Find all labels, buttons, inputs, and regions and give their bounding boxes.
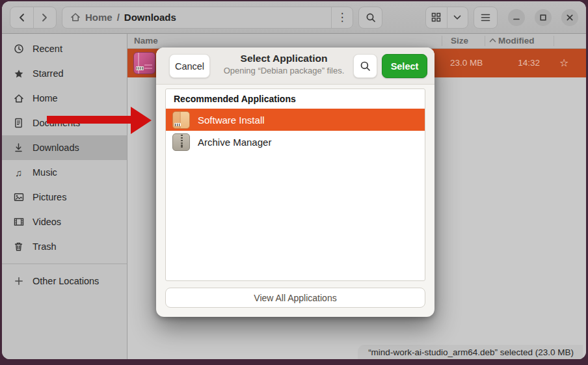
- sidebar-item-videos[interactable]: Videos: [2, 210, 127, 234]
- status-text: “mind-work-ai-studio_arm64.deb” selected…: [368, 347, 574, 357]
- sidebar-item-starred[interactable]: Starred: [2, 61, 127, 86]
- close-icon: [566, 14, 574, 21]
- dialog-title: Select Application: [221, 53, 347, 64]
- three-dots-icon: ⋮: [337, 10, 348, 24]
- document-icon: [13, 118, 24, 128]
- column-divider[interactable]: [442, 36, 442, 46]
- sidebar-item-label: Home: [33, 93, 58, 103]
- search-icon: [360, 61, 371, 72]
- sidebar-item-trash[interactable]: Trash: [2, 234, 127, 259]
- grid-view-icon: [431, 12, 441, 22]
- column-header-name[interactable]: Name: [134, 36, 158, 46]
- film-icon: [13, 217, 24, 226]
- view-toggle-group: [425, 7, 468, 29]
- sidebar-item-label: Other Locations: [33, 276, 99, 286]
- column-header-modified[interactable]: Modified: [498, 36, 535, 46]
- column-divider[interactable]: [485, 36, 485, 46]
- view-all-applications-button[interactable]: View All Applications: [165, 288, 425, 308]
- search-button[interactable]: [358, 7, 382, 29]
- deb-package-file-icon: [133, 52, 155, 74]
- sidebar-item-label: Starred: [33, 68, 64, 79]
- section-header: Recommended Applications: [166, 89, 425, 109]
- trash-icon: [13, 241, 24, 252]
- clock-icon: [13, 44, 24, 54]
- star-icon: [13, 69, 24, 79]
- file-size-cell: 23.0 MB: [450, 58, 483, 68]
- breadcrumb-separator: /: [117, 12, 120, 23]
- path-menu-button[interactable]: ⋮: [331, 7, 353, 28]
- music-note-icon: ♫: [13, 167, 24, 178]
- app-name: Archive Manager: [198, 137, 271, 148]
- sidebar-separator: [2, 264, 127, 264]
- app-name: Software Install: [198, 115, 265, 126]
- maximize-button[interactable]: [535, 9, 552, 26]
- home-icon: [13, 94, 24, 103]
- maximize-icon: [539, 14, 547, 21]
- window-controls: [508, 9, 578, 26]
- chevron-left-icon: [19, 13, 25, 22]
- app-row-archive-manager[interactable]: Archive Manager: [166, 131, 425, 153]
- dialog-header: Cancel Select Application Opening “Debia…: [156, 47, 434, 85]
- sidebar-item-other-locations[interactable]: Other Locations: [2, 269, 127, 293]
- dialog-search-button[interactable]: [353, 54, 377, 78]
- sidebar-item-label: Pictures: [33, 192, 66, 202]
- sidebar: Recent Starred Home Documents: [2, 34, 127, 359]
- zip-archive-icon: [172, 133, 190, 151]
- sidebar-item-home[interactable]: Home: [2, 86, 127, 111]
- close-button[interactable]: [561, 9, 578, 26]
- sidebar-item-documents[interactable]: Documents: [2, 111, 127, 135]
- titlebar: Home / Downloads ⋮: [2, 1, 586, 34]
- column-divider[interactable]: [554, 36, 554, 46]
- breadcrumb-current: Downloads: [124, 12, 176, 23]
- dialog-titles: Select Application Opening “Debian packa…: [221, 53, 347, 75]
- main-menu-button[interactable]: [474, 7, 498, 29]
- file-modified-cell: 14:32: [492, 58, 540, 68]
- grid-view-button[interactable]: [426, 7, 447, 28]
- desktop: { "titlebar": { "breadcrumb": { "home": …: [0, 0, 588, 365]
- breadcrumb[interactable]: Home / Downloads ⋮: [62, 7, 353, 29]
- sort-ascending-icon: [489, 38, 496, 43]
- star-outline-icon[interactable]: ☆: [559, 57, 568, 69]
- app-row-software-install[interactable]: Software Install: [166, 109, 425, 131]
- file-list-header: Name Size Modified: [127, 34, 586, 49]
- sidebar-item-recent[interactable]: Recent: [2, 36, 127, 61]
- sidebar-item-pictures[interactable]: Pictures: [2, 185, 127, 210]
- deb-package-icon: [172, 111, 190, 129]
- breadcrumb-home[interactable]: Home: [85, 12, 113, 23]
- home-icon: [70, 12, 81, 22]
- forward-button[interactable]: [33, 7, 57, 28]
- sidebar-item-music[interactable]: ♫ Music: [2, 160, 127, 185]
- sidebar-item-label: Music: [33, 167, 57, 178]
- sidebar-item-label: Documents: [33, 118, 80, 128]
- hamburger-menu-icon: [481, 14, 490, 21]
- sidebar-item-label: Downloads: [33, 142, 79, 153]
- sidebar-item-label: Trash: [33, 241, 57, 252]
- application-list: Recommended Applications Software Instal…: [165, 88, 425, 281]
- select-application-dialog: Cancel Select Application Opening “Debia…: [156, 47, 434, 317]
- plus-icon: [13, 277, 24, 286]
- status-bar: “mind-work-ai-studio_arm64.deb” selected…: [358, 345, 583, 359]
- dialog-subtitle: Opening “Debian package” files.: [221, 66, 347, 75]
- picture-icon: [13, 193, 24, 202]
- minimize-icon: [513, 14, 520, 21]
- minimize-button[interactable]: [508, 9, 525, 26]
- cancel-button[interactable]: Cancel: [169, 54, 210, 78]
- chevron-down-icon: [453, 15, 461, 20]
- search-icon: [366, 12, 376, 23]
- select-button[interactable]: Select: [382, 54, 427, 78]
- back-button[interactable]: [10, 7, 33, 28]
- column-header-size[interactable]: Size: [451, 36, 468, 46]
- history-nav-group: [10, 7, 57, 29]
- sidebar-item-label: Videos: [33, 217, 61, 227]
- view-options-button[interactable]: [447, 7, 468, 28]
- download-icon: [13, 142, 24, 153]
- chevron-right-icon: [42, 13, 47, 22]
- sidebar-item-label: Recent: [33, 44, 62, 54]
- sidebar-item-downloads[interactable]: Downloads: [2, 135, 127, 160]
